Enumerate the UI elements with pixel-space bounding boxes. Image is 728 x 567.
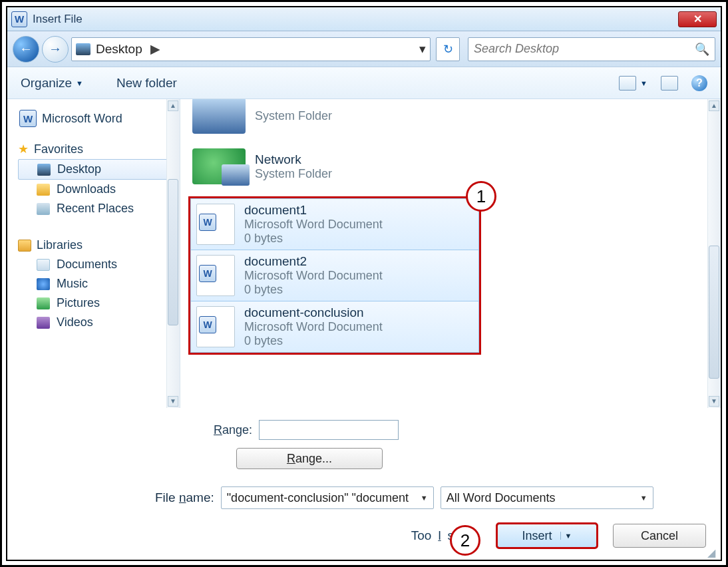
sidebar-item-word[interactable]: W Microsoft Word (19, 110, 177, 127)
breadcrumb-dropdown-icon[interactable]: ▾ (419, 41, 426, 57)
navigation-pane: W Microsoft Word ★Favorites Desktop Down… (7, 99, 180, 408)
main-scrollbar[interactable]: ▲▼ (707, 99, 721, 408)
refresh-button[interactable]: ↻ (436, 37, 460, 61)
file-list-pane: System Folder NetworkSystem Folder 1 doc… (180, 99, 721, 408)
file-name-label: File name: (155, 490, 214, 505)
command-bar: Organize▼ New folder ▼ ? (7, 67, 721, 99)
recent-places-icon (37, 203, 50, 215)
file-type-combobox[interactable]: All Word Documents▼ (441, 486, 653, 509)
sidebar-item-pictures[interactable]: Pictures (18, 293, 177, 313)
title-bar: W Insert File ✕ (7, 7, 721, 31)
search-icon: 🔍 (695, 42, 709, 57)
organize-menu[interactable]: Organize▼ (21, 76, 83, 91)
word-app-icon: W (11, 11, 27, 27)
sidebar-item-videos[interactable]: Videos (18, 313, 177, 332)
file-name-combobox[interactable]: "document-conclusion" "document▼ (221, 486, 434, 509)
back-button[interactable]: ← (13, 36, 39, 63)
list-item-computer[interactable]: System Folder (186, 99, 705, 146)
insert-file-dialog: W Insert File ✕ ← → Desktop ▶ ▾ ↻ 🔍 Orga… (6, 6, 722, 561)
range-label: Range: (214, 423, 252, 437)
word-doc-icon (196, 204, 235, 245)
star-icon: ★ (18, 142, 29, 156)
help-button[interactable]: ? (691, 75, 707, 91)
view-options-button[interactable]: ▼ (619, 76, 647, 91)
sidebar-item-documents[interactable]: Documents (18, 255, 177, 274)
range-input[interactable] (259, 420, 399, 440)
cancel-button[interactable]: Cancel (613, 524, 706, 548)
annotation-callout-1: 1 (466, 181, 496, 212)
range-button[interactable]: Range... (236, 448, 383, 469)
sidebar-item-music[interactable]: Music (18, 274, 177, 293)
word-doc-icon (196, 306, 235, 347)
pictures-icon (37, 297, 50, 309)
downloads-icon (37, 184, 50, 196)
list-item-document1[interactable]: document1Microsoft Word Document0 bytes (190, 198, 479, 250)
selection-highlight: 1 document1Microsoft Word Document0 byte… (188, 196, 481, 355)
music-icon (37, 278, 50, 290)
range-row: Range: (214, 420, 721, 440)
videos-icon (37, 317, 50, 329)
word-icon: W (19, 110, 37, 127)
sidebar-item-recent-places[interactable]: Recent Places (18, 199, 177, 218)
sidebar-item-desktop[interactable]: Desktop (18, 159, 177, 180)
annotation-callout-2: 2 (450, 525, 480, 556)
libraries-icon (18, 240, 31, 252)
sidebar-item-downloads[interactable]: Downloads (18, 180, 177, 199)
breadcrumb-chevron-icon[interactable]: ▶ (150, 41, 160, 57)
desktop-icon (76, 43, 91, 55)
preview-pane-button[interactable] (661, 76, 678, 91)
breadcrumb-location: Desktop (96, 42, 142, 57)
computer-icon (192, 99, 246, 134)
list-item-document-conclusion[interactable]: document-conclusionMicrosoft Word Docume… (190, 301, 479, 353)
forward-button[interactable]: → (42, 36, 69, 63)
search-input[interactable] (474, 42, 695, 56)
close-button[interactable]: ✕ (678, 11, 717, 27)
search-box[interactable]: 🔍 (468, 37, 715, 61)
breadcrumb-bar[interactable]: Desktop ▶ ▾ (71, 37, 431, 61)
libraries-header[interactable]: Libraries (18, 238, 177, 252)
sidebar-scrollbar[interactable]: ▲▼ (166, 99, 180, 408)
desktop-icon (37, 164, 51, 176)
window-title: Insert File (33, 13, 83, 26)
word-doc-icon (196, 255, 235, 296)
navigation-bar: ← → Desktop ▶ ▾ ↻ 🔍 (7, 31, 721, 67)
new-folder-button[interactable]: New folder (116, 76, 177, 91)
favorites-header[interactable]: ★Favorites (18, 142, 177, 156)
view-icon (619, 76, 636, 91)
documents-icon (37, 259, 50, 271)
insert-button[interactable]: Insert▼ (497, 524, 597, 548)
resize-grip[interactable]: ◢ (707, 546, 718, 557)
dialog-footer: File name: "document-conclusion" "docume… (7, 469, 721, 560)
network-icon (192, 148, 246, 184)
list-item-network[interactable]: NetworkSystem Folder (186, 146, 705, 196)
list-item-document2[interactable]: document2Microsoft Word Document0 bytes (190, 250, 479, 301)
